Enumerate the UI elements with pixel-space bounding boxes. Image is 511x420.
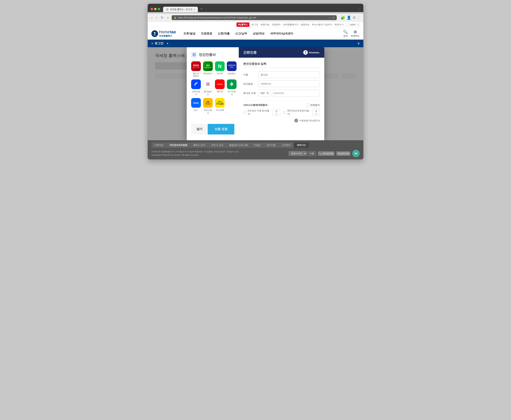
cert-item-naver[interactable]: N 네이버 <box>215 61 225 77</box>
minimize-traffic-light[interactable] <box>154 8 156 10</box>
radio-third[interactable] <box>283 111 286 114</box>
extensions-icon[interactable]: 🧩 <box>341 15 345 20</box>
search-icon: 🔍 <box>343 30 348 34</box>
address-bar[interactable]: 🔒 https://hometax.go.kr/websquare/websqu… <box>172 15 337 20</box>
browser-menu-icon[interactable]: ⋮ <box>357 7 360 11</box>
logo-area[interactable]: Home tax 국세청홈택스 <box>151 30 176 38</box>
util-signup[interactable]: 회원가입 <box>260 23 269 26</box>
birth-row: 생년월일 <box>243 81 320 87</box>
refresh-button[interactable]: ↻ <box>160 15 164 20</box>
close-traffic-light[interactable] <box>151 8 153 10</box>
zoom-plus[interactable]: + <box>356 23 360 26</box>
cert-item-banksalad[interactable]: 뱅크샐러드 <box>203 79 213 96</box>
agree-all-label[interactable]: 전체동의 <box>306 103 320 107</box>
name-input[interactable] <box>258 71 320 78</box>
footer-address: (우)30128 세종특별자치시 국세청로 8-14 (정부세종2청사 국세청동… <box>151 150 238 157</box>
forward-button[interactable]: › <box>155 15 158 20</box>
related-sites-select[interactable]: 관련사이트 <box>289 151 307 156</box>
new-tab-button[interactable]: + <box>198 6 205 12</box>
manual-link-text: 사용방법 매뉴얼안내 <box>299 119 320 122</box>
manual-link[interactable]: ? 사용방법 매뉴얼안내 <box>243 119 320 122</box>
zoom-level: 100% <box>350 23 355 26</box>
cert-label-hana: 하나인증서 <box>227 90 237 96</box>
my-hometax-badge[interactable]: My홈택스 <box>237 22 249 27</box>
cert-label-nh: NH인증서 <box>203 72 213 75</box>
footer-link-install[interactable]: 통합설치 프로그램 <box>226 142 251 148</box>
footer-link-taxoffice[interactable]: 세무서 안내 <box>208 142 226 148</box>
modal-buttons: 닫기 인증 요청 <box>191 120 234 135</box>
cert-item-samsung[interactable]: SAMSUNG Pass 삼성패스 <box>227 61 237 77</box>
view-personal-button[interactable]: 보기 <box>273 109 280 116</box>
footer-link-hometax[interactable]: 홈택스 안내 <box>190 142 208 148</box>
back-button[interactable]: ‹ <box>151 15 153 20</box>
cert-item-kb[interactable]: KB 국민인증 국민인증서 <box>203 98 213 114</box>
footer-address-line1: (우)30128 세종특별자치시 국세청로 8-14 (정부세종2청사 국세청동… <box>151 150 238 153</box>
cert-item-shinhan[interactable]: 신한인증서 <box>191 79 201 96</box>
nav-inquiry[interactable]: 조회/발급 <box>183 31 195 36</box>
util-login[interactable]: 로그인 <box>252 23 258 26</box>
svg-point-0 <box>154 32 156 34</box>
cert-item-hana[interactable]: 하나인증서 <box>227 79 237 96</box>
footer-link-data[interactable]: 자료실 <box>251 142 264 148</box>
util-dept-signup[interactable]: 부서사용자 가입하기 <box>312 23 333 26</box>
nav-tax-agent[interactable]: 세무대리/납세관리 <box>270 31 293 36</box>
agreement-title: 서비스이용에대한동의 <box>243 103 267 107</box>
remote-text: 원격지원 <box>341 152 349 155</box>
star-icon[interactable]: ☆ <box>328 16 331 19</box>
remote-support-badge: 🖥 원격지원 <box>336 151 350 156</box>
cert-item-pass[interactable]: PASS 통신사인증 통신사PASS <box>191 61 201 77</box>
all-menu-action[interactable]: ⊞ 전체메뉴 <box>351 30 360 38</box>
nav-consult[interactable]: 상담/제보 <box>253 31 265 36</box>
sidebar-icon[interactable]: ⊞ <box>353 15 355 20</box>
cert-item-nh[interactable]: NH 농협은행1155 NH인증서 <box>203 61 213 77</box>
login-bar[interactable]: ≡ 로그인 ▼ ∨ <box>148 40 363 47</box>
util-hometax-main[interactable]: 국세청홈페이지 <box>283 23 298 26</box>
footer-link-terms[interactable]: 이용약관 <box>151 142 166 148</box>
util-law-info[interactable]: 법령정보 <box>301 23 310 26</box>
zoom-minus[interactable]: - <box>346 23 349 26</box>
related-move-button[interactable]: 이동 <box>308 151 316 156</box>
cert-item-toss[interactable]: toss 토스 <box>191 98 201 114</box>
phone-prefix-select[interactable]: 010 011 016 017 018 019 <box>258 90 269 97</box>
profile-icon[interactable]: 👤 <box>347 15 351 20</box>
phone-label: 휴대폰 번호 <box>243 91 258 95</box>
modal-right-header: 간편인증 Hometax. <box>239 47 324 58</box>
modal-right-title: 간편인증 <box>243 50 257 55</box>
birth-input[interactable] <box>258 81 320 87</box>
lock-icon: 🔒 <box>174 16 177 19</box>
util-cert-center[interactable]: 인증센터 <box>272 23 281 26</box>
cert-icon-nh: NH 농협은행1155 <box>203 61 213 71</box>
share-icon[interactable]: ⬆ <box>332 16 334 19</box>
grid-icon: ⊞ <box>354 30 357 34</box>
footer-bottom: (우)30128 세종특별자치시 국세청로 8-14 (정부세종2청사 국세청동… <box>151 150 360 157</box>
view-third-button[interactable]: 보기 <box>313 109 320 116</box>
nav-civil[interactable]: 민원증명 <box>201 31 212 36</box>
section-title: 본인인증정보 입력 <box>243 62 320 68</box>
auth-request-button[interactable]: 인증 요청 <box>208 124 234 135</box>
footer-link-privacy[interactable]: 개인정보처리방침 <box>166 142 190 148</box>
close-button[interactable]: 닫기 <box>191 124 208 135</box>
cert-icon-banksalad <box>203 79 213 89</box>
cert-item-kakao[interactable]: TALK 77125 카카오톡 <box>215 98 225 114</box>
hamburger-icon: ≡ <box>151 42 153 45</box>
radio-personal[interactable] <box>243 111 246 114</box>
logo-icon <box>151 30 158 37</box>
maximize-traffic-light[interactable] <box>158 8 160 10</box>
footer-link-notice[interactable]: 공지사항 <box>264 142 279 148</box>
phone-number-input[interactable] <box>271 90 320 97</box>
settings-icon[interactable]: ⋮ <box>357 15 360 20</box>
agree-all-checkbox[interactable] <box>306 104 309 107</box>
search-action[interactable]: 🔍 검색 <box>343 30 348 38</box>
home-button[interactable]: ⌂ <box>166 15 170 20</box>
footer-link-forms[interactable]: 세무서식 <box>294 142 309 148</box>
footer-link-customer[interactable]: 고객센터 <box>279 142 294 148</box>
nav-report[interactable]: 신고/납부 <box>235 31 247 36</box>
active-tab[interactable]: 🏠 국세청 홈택스 - 로그인 × <box>163 7 198 12</box>
tab-close-button[interactable]: × <box>193 8 195 11</box>
remote-icon: 🖥 <box>338 152 340 155</box>
main-nav: 조회/발급 민원증명 신청/제출 신고/납부 상담/제보 세무대리/납세관리 <box>183 31 343 36</box>
cert-label-toss: 토스 <box>194 109 198 112</box>
nav-apply[interactable]: 신청/제출 <box>218 31 230 36</box>
cert-item-payco[interactable]: PAYCO 페이코 <box>215 79 225 96</box>
util-screen-size[interactable]: 화면크기 <box>335 23 344 26</box>
